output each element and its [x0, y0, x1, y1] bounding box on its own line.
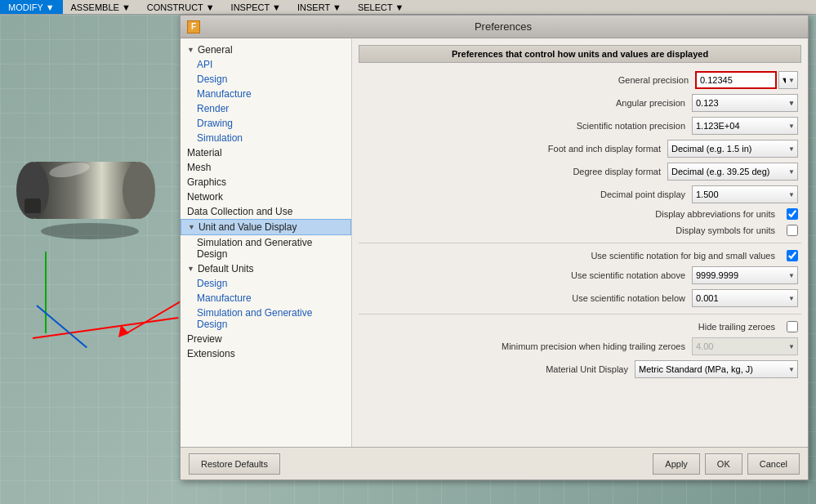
scientific-below-label: Use scientific notation below: [488, 293, 692, 303]
min-precision-select: 4.00: [692, 337, 798, 355]
tree-label-general: General: [198, 44, 233, 56]
tree-item-manufacture[interactable]: Manufacture: [181, 87, 351, 101]
general-precision-label: General precision: [491, 75, 695, 85]
hide-trailing-row: Hide trailing zeroes: [359, 321, 801, 332]
menu-modify[interactable]: MODIFY ▼: [0, 0, 63, 14]
tree-label-extensions: Extensions: [187, 348, 235, 359]
angular-precision-select[interactable]: 0.123: [692, 94, 798, 112]
preferences-dialog: F Preferences ▼ General API Design Manuf…: [180, 15, 809, 480]
tree-item-design-2[interactable]: Design: [181, 276, 351, 291]
tree-item-manufacture-2[interactable]: Manufacture: [181, 291, 351, 306]
tree-item-extensions[interactable]: Extensions: [181, 346, 351, 361]
angular-precision-row: Angular precision 0.123 ▼: [359, 94, 801, 112]
scientific-below-row: Use scientific notation below 0.001: [359, 289, 801, 307]
svg-rect-5: [25, 198, 41, 213]
menu-bar: MODIFY ▼ ASSEMBLE ▼ CONSTRUCT ▼ INSPECT …: [0, 0, 816, 15]
scientific-notation-wrapper: 1.123E+04: [692, 117, 798, 135]
scientific-below-wrapper: 0.001: [692, 289, 798, 307]
scientific-big-checkbox[interactable]: [787, 250, 798, 261]
svg-point-0: [41, 223, 139, 239]
tree-label-api: API: [197, 59, 212, 70]
min-precision-label: Minimum precision when hiding trailing z…: [488, 341, 692, 351]
tree-item-material[interactable]: Material: [181, 145, 351, 160]
tree-item-network[interactable]: Network: [181, 190, 351, 204]
menu-construct[interactable]: CONSTRUCT ▼: [139, 0, 223, 14]
foot-inch-row: Foot and inch display format Decimal (e.…: [359, 140, 801, 158]
content-header: Preferences that control how units and v…: [359, 45, 801, 63]
display-abbrev-label: Display abbreviations for units: [577, 209, 782, 219]
tree-label-graphics: Graphics: [187, 176, 226, 188]
material-unit-select[interactable]: Metric Standard (MPa, kg, J): [635, 360, 798, 378]
tree-label-mesh: Mesh: [187, 162, 211, 173]
general-precision-row: General precision ▼: [359, 71, 801, 89]
angular-precision-wrapper: 0.123 ▼: [692, 94, 798, 112]
tree-label-drawing: Drawing: [197, 118, 233, 129]
general-precision-dropdown-wrapper: ▼: [778, 71, 798, 89]
tree-label-unit-value-display: Unit and Value Display: [198, 221, 297, 233]
material-unit-wrapper: Metric Standard (MPa, kg, J): [635, 360, 798, 378]
display-symbols-label: Display symbols for units: [577, 225, 782, 235]
tree-item-general[interactable]: ▼ General: [181, 42, 351, 57]
foot-inch-select[interactable]: Decimal (e.g. 1.5 in): [667, 140, 798, 158]
display-abbrev-row: Display abbreviations for units: [359, 208, 801, 220]
restore-defaults-button[interactable]: Restore Defaults: [189, 453, 280, 475]
tree-item-graphics[interactable]: Graphics: [181, 175, 351, 190]
tree-item-preview[interactable]: Preview: [181, 332, 351, 346]
dialog-icon: F: [187, 20, 200, 33]
tree-item-drawing[interactable]: Drawing: [181, 116, 351, 131]
menu-select[interactable]: SELECT ▼: [350, 0, 412, 14]
dialog-title-bar: F Preferences: [181, 16, 808, 38]
tree-item-default-units[interactable]: ▼ Default Units: [181, 261, 351, 276]
menu-inspect[interactable]: INSPECT ▼: [223, 0, 289, 14]
dialog-title: Preferences: [205, 20, 801, 33]
scientific-above-label: Use scientific notation above: [488, 270, 692, 280]
tree-item-design[interactable]: Design: [181, 72, 351, 87]
display-abbrev-checkbox[interactable]: [787, 208, 798, 220]
menu-assemble[interactable]: ASSEMBLE ▼: [63, 0, 139, 14]
foot-inch-label: Foot and inch display format: [463, 144, 667, 154]
tree-label-design-2: Design: [197, 278, 227, 289]
display-symbols-checkbox[interactable]: [787, 225, 798, 236]
general-precision-input[interactable]: [695, 71, 777, 89]
tree-item-mesh[interactable]: Mesh: [181, 160, 351, 175]
tree-label-simulation: Simulation: [197, 132, 243, 144]
tree-item-data-collection[interactable]: Data Collection and Use: [181, 204, 351, 219]
separator-1: [359, 243, 801, 243]
scientific-notation-label: Scientific notation precision: [488, 121, 692, 131]
min-precision-row: Minimum precision when hiding trailing z…: [359, 337, 801, 355]
scientific-above-wrapper: 9999.9999: [692, 266, 798, 284]
cancel-button[interactable]: Cancel: [747, 453, 800, 475]
dialog-body: ▼ General API Design Manufacture Render …: [181, 38, 808, 447]
ok-button[interactable]: OK: [705, 453, 742, 475]
scientific-above-row: Use scientific notation above 9999.9999: [359, 266, 801, 284]
tree-label-manufacture-2: Manufacture: [197, 292, 252, 304]
tree-item-sim-gen-design-1[interactable]: Simulation and Generative Design: [181, 235, 351, 261]
tree-item-simulation[interactable]: Simulation: [181, 131, 351, 145]
menu-insert[interactable]: INSERT ▼: [289, 0, 350, 14]
tree-item-sim-gen-design-2[interactable]: Simulation and Generative Design: [181, 306, 351, 332]
tree-label-sim-gen-design-2: Simulation and Generative Design: [197, 307, 345, 330]
expand-unit-value: ▼: [188, 223, 195, 231]
scientific-notation-select[interactable]: 1.123E+04: [692, 117, 798, 135]
decimal-point-label: Decimal point display: [488, 190, 692, 199]
tree-label-material: Material: [187, 147, 222, 158]
dialog-footer: Restore Defaults Apply OK Cancel: [181, 447, 808, 479]
general-precision-select[interactable]: ▼: [778, 71, 798, 89]
tree-label-sim-gen-design-1: Simulation and Generative Design: [197, 237, 345, 260]
hide-trailing-checkbox[interactable]: [787, 321, 798, 332]
hide-trailing-label: Hide trailing zeroes: [577, 322, 782, 332]
apply-button[interactable]: Apply: [653, 453, 700, 475]
scientific-big-row: Use scientific notation for big and smal…: [359, 250, 801, 261]
angular-precision-label: Angular precision: [488, 98, 692, 108]
degree-select[interactable]: Decimal (e.g. 39.25 deg): [667, 163, 798, 181]
tree-label-default-units: Default Units: [198, 263, 254, 274]
tree-item-api[interactable]: API: [181, 57, 351, 72]
degree-row: Degree display format Decimal (e.g. 39.2…: [359, 163, 801, 181]
tree-item-unit-value-display[interactable]: ▼ Unit and Value Display: [181, 219, 351, 235]
decimal-point-select[interactable]: 1.500: [692, 185, 798, 203]
tree-item-render[interactable]: Render: [181, 101, 351, 116]
scientific-below-select[interactable]: 0.001: [692, 289, 798, 307]
scientific-above-select[interactable]: 9999.9999: [692, 266, 798, 284]
decimal-point-row: Decimal point display 1.500: [359, 185, 801, 203]
tree-label-manufacture: Manufacture: [197, 88, 252, 100]
